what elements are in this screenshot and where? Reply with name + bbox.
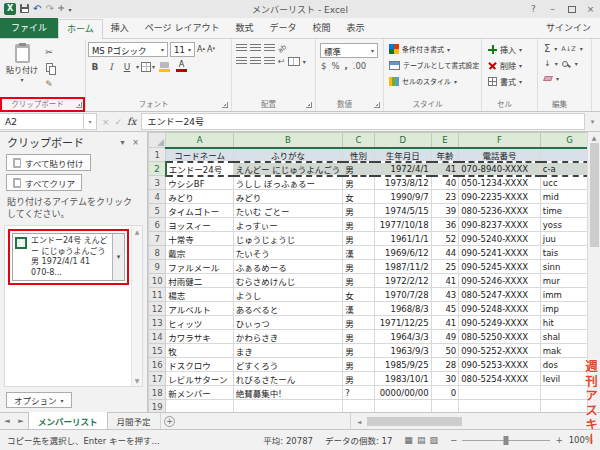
increase-font-button[interactable]: A▴ [197,45,205,54]
cell-D8[interactable]: 1969/6/12 [374,246,431,260]
font-color-button[interactable]: A [174,61,189,72]
copy-button[interactable] [42,61,56,74]
cell-A16[interactable]: ドスクロウ [166,358,233,372]
orientation-icon[interactable]: ab [276,43,288,55]
horizontal-scroll-thumb[interactable] [367,417,462,426]
minimize-icon[interactable]: – [543,2,562,17]
pane-menu-icon[interactable]: ▾ [116,138,129,147]
merge-dropdown-icon[interactable]: ▾ [303,58,306,65]
align-middle-icon[interactable] [250,44,261,53]
cell-D14[interactable]: 1964/3/3 [374,330,431,344]
cell-D7[interactable]: 1961/1/1 [374,232,431,246]
cell-B5[interactable]: たいむ ごとー [233,204,342,218]
decrease-font-button[interactable]: A▾ [207,45,215,54]
font-dialog-launcher[interactable] [222,102,228,108]
zoom-slider[interactable] [462,440,550,441]
cell-A15[interactable]: 牧 [166,344,233,358]
cell-E6[interactable]: 36 [431,218,459,232]
ribbon-tab[interactable]: ホーム [58,19,103,39]
cell-F2[interactable]: 070-8940-XXXX [459,162,541,176]
font-name-combo[interactable]: MS Pゴシック▾ [88,42,168,57]
cell-F13[interactable]: 090-5249-XXXX [459,316,541,330]
sheet-tab[interactable]: 月間予定 [108,413,161,429]
sheet-nav-left-icon[interactable]: ◄ [0,413,14,429]
sheet-tab[interactable]: メンバーリスト [28,412,108,429]
cell-B16[interactable]: どすくろう [233,358,342,372]
cell-D9[interactable]: 1987/11/2 [374,260,431,274]
cell-D10[interactable]: 1972/2/12 [374,274,431,288]
options-button[interactable]: オプション ▾ [6,392,72,408]
normal-view-icon[interactable]: ▦ [404,435,413,445]
page-layout-view-icon[interactable]: ▤ [417,435,426,445]
sort-filter-button[interactable]: A↓Z [561,45,575,53]
cell-F3[interactable]: 050-1234-XXXX [459,176,541,190]
cell-C9[interactable]: 男 [343,260,375,274]
cell-A10[interactable]: 村雨健二 [166,274,233,288]
paste-button[interactable]: 貼り付け ▾ [2,42,42,98]
currency-format-icon[interactable]: $ [321,61,326,71]
undo-icon[interactable]: ↶ [33,3,41,15]
cell-B19[interactable] [233,400,342,413]
cell-F6[interactable]: 090-8237-XXXX [459,218,541,232]
cell-D18[interactable]: 0000/00/00 [374,386,431,400]
cell-F14[interactable]: 080-5250-XXXX [459,330,541,344]
clear-all-button[interactable]: すべてクリア [6,174,82,191]
cell-C12[interactable]: 漢 [343,302,375,316]
insert-function-icon[interactable]: fx [127,116,136,127]
ribbon-tab[interactable]: 校閲 [304,19,338,38]
column-header-F[interactable]: F [459,133,541,148]
row-header-14[interactable]: 14 [149,330,166,344]
redo-icon[interactable]: ↷ [45,3,53,15]
row-header-19[interactable]: 19 [149,400,166,413]
cell-F5[interactable]: 080-5236-XXXX [459,204,541,218]
cell-B14[interactable]: かわらさき [233,330,342,344]
cell-D16[interactable]: 1985/9/25 [374,358,431,372]
cell-F18[interactable] [459,386,541,400]
column-header-A[interactable]: A [166,133,233,148]
fill-color-button[interactable] [157,62,172,72]
cell-F19[interactable] [459,400,541,413]
column-header-E[interactable]: E [431,133,459,148]
cell-A1[interactable]: コードネーム [166,148,233,162]
decimal-format-icon[interactable]: .00 [353,61,367,71]
cell-B6[interactable]: よっすぃー [233,218,342,232]
signin-link[interactable]: サインイン [546,19,600,38]
cell-E14[interactable]: 49 [431,330,459,344]
cell-B7[interactable]: じゅうじょうじ [233,232,342,246]
cell-B3[interactable]: うしし ぼっふぁるー [233,176,342,190]
row-header-11[interactable]: 11 [149,288,166,302]
italic-button[interactable]: I [104,60,118,73]
cell-F15[interactable]: 090-5252-XXXX [459,344,541,358]
cell-B9[interactable]: ふぁるめーる [233,260,342,274]
cell-A9[interactable]: ファルメール [166,260,233,274]
cell-D2[interactable]: 1972/4/1 [374,162,431,176]
row-header-18[interactable]: 18 [149,386,166,400]
row-header-9[interactable]: 9 [149,260,166,274]
cell-D5[interactable]: 1974/5/15 [374,204,431,218]
clear-button[interactable] [543,76,553,81]
paste-all-button[interactable]: すべて貼り付け [6,154,91,171]
cell-A7[interactable]: 十常寺 [166,232,233,246]
comma-format-icon[interactable]: , [345,61,348,71]
cell-E10[interactable]: 41 [431,274,459,288]
row-header-4[interactable]: 4 [149,190,166,204]
row-header-1[interactable]: 1 [149,148,166,162]
fill-button[interactable]: ↓ [544,59,551,68]
cell-A14[interactable]: カワラサキ [166,330,233,344]
cell-C16[interactable]: 男 [343,358,375,372]
cell-F11[interactable]: 080-5247-XXXX [459,288,541,302]
cell-F17[interactable]: 080-5254-XXXX [459,372,541,386]
row-header-15[interactable]: 15 [149,344,166,358]
cell-F4[interactable]: 090-2235-XXXX [459,190,541,204]
cell-D3[interactable]: 1973/8/12 [374,176,431,190]
cell-D11[interactable]: 1970/7/28 [374,288,431,302]
alignment-dialog-launcher[interactable] [306,102,312,108]
column-header-C[interactable]: C [343,133,375,148]
cell-B4[interactable]: みどり [233,190,342,204]
cell-D6[interactable]: 1977/10/18 [374,218,431,232]
column-header-D[interactable]: D [374,133,431,148]
row-header-8[interactable]: 8 [149,246,166,260]
ribbon-tab[interactable]: 挿入 [103,19,137,38]
underline-dropdown-icon[interactable]: ▾ [136,63,139,70]
cell-E15[interactable]: 50 [431,344,459,358]
